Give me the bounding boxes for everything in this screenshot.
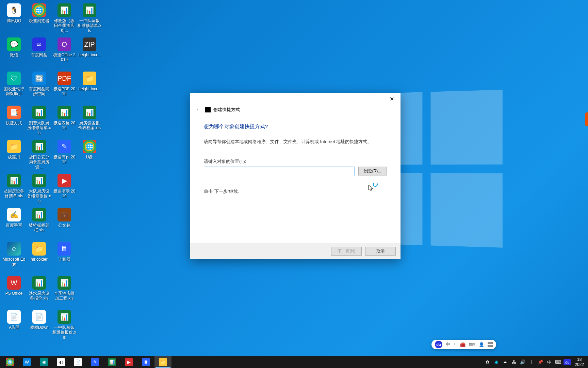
dialog-description: 该向导帮你创建本地或网络程序、文件、文件夹、计算机或 Internet 地址的快… bbox=[204, 139, 387, 145]
tray-chevron-up-icon[interactable]: ⏶ bbox=[501, 356, 509, 368]
tray-volume-icon[interactable]: 🔊 bbox=[518, 356, 527, 368]
desktop-icon[interactable]: 📊镀锌板桥架框.xls bbox=[27, 206, 52, 240]
desktop-icon[interactable]: 🛡国农业银行网银助手 bbox=[1, 70, 27, 104]
taskbar-item[interactable]: ✎ bbox=[86, 356, 103, 368]
desktop-icon[interactable]: 📊淡水厨房设备报价.xls bbox=[27, 274, 52, 308]
desktop-icon[interactable]: 📁成嘉川 bbox=[1, 138, 27, 172]
taskbar-app-icon: ◉ bbox=[40, 358, 48, 366]
icon-label: 百度网盘同步空间 bbox=[27, 87, 52, 96]
taskbar-item[interactable]: 📊 bbox=[103, 356, 120, 368]
icon-label: 成嘉川 bbox=[7, 155, 21, 159]
baidu-logo-icon: du bbox=[435, 341, 442, 348]
location-input[interactable] bbox=[204, 167, 355, 176]
desktop-icon[interactable]: 📊刑警大队厨房维修清单.xls bbox=[27, 104, 52, 138]
desktop-icon[interactable]: 📊盐田公安分局食堂厨房设... bbox=[27, 138, 52, 172]
desktop-icon[interactable]: 🖩计算器 bbox=[52, 240, 77, 274]
dialog-header: ← 创建快捷方式 bbox=[190, 105, 401, 114]
desktop-icon[interactable]: 🐧腾讯QQ bbox=[1, 1, 27, 35]
desktop-icon[interactable]: 🌐U盘 bbox=[77, 138, 102, 172]
taskbar-item[interactable]: ▶ bbox=[120, 356, 137, 368]
browse-button[interactable]: 浏览(R)... bbox=[358, 167, 387, 175]
tray-bluetooth-icon[interactable]: ᛒ bbox=[527, 356, 536, 368]
desktop-icon[interactable]: 🌐极速浏览器 bbox=[27, 1, 52, 35]
taskbar-item[interactable]: 🖩 bbox=[137, 356, 154, 368]
desktop-icon[interactable]: 🔄百度网盘同步空间 bbox=[27, 70, 52, 104]
taskbar-item[interactable]: ◐ bbox=[52, 356, 69, 368]
desktop-icon[interactable]: 📊修改版（坂田全季酒店厨... bbox=[52, 1, 77, 35]
desktop-icon[interactable]: O极速Office 2019 bbox=[52, 35, 77, 70]
desktop-icons-area: 🐧腾讯QQ💬微信🛡国农业银行网银助手📑快捷方式📁成嘉川📊丛厨房设备修清单.xls… bbox=[0, 0, 103, 351]
ime-keyboard-icon[interactable]: ⌨ bbox=[469, 342, 475, 347]
icon-label: height-incr... bbox=[78, 87, 101, 91]
app-icon: W bbox=[7, 276, 21, 290]
desktop-icon[interactable]: 📄嘚嘚Down bbox=[27, 308, 52, 342]
side-tab-handle[interactable] bbox=[585, 112, 588, 126]
icon-label: U盘 bbox=[85, 155, 94, 159]
app-icon: 📊 bbox=[32, 140, 46, 153]
icon-label: 全季酒店附加工程.xls bbox=[52, 291, 77, 301]
ime-punct-icon[interactable]: °, bbox=[454, 342, 457, 347]
desktop-icon[interactable]: eMicrosoft Edge bbox=[1, 240, 27, 274]
desktop-icon[interactable]: ∞百度网盘 bbox=[27, 35, 52, 70]
desktop-icon[interactable]: WPS Office bbox=[1, 274, 27, 308]
taskbar-item[interactable]: ◉ bbox=[35, 356, 52, 368]
clock-date: 2022 bbox=[575, 362, 584, 367]
tray-baidu-icon[interactable]: du bbox=[564, 359, 571, 365]
tray-flower-icon[interactable]: ✿ bbox=[483, 356, 492, 368]
taskbar-app-icon: 📊 bbox=[108, 358, 116, 366]
desktop-icon[interactable]: ZIPheight-incr... bbox=[77, 35, 102, 70]
ime-toolbox-icon[interactable]: 🧰 bbox=[460, 342, 466, 347]
desktop-icon[interactable]: 📁mr.colder bbox=[27, 240, 52, 274]
ime-grid-icon[interactable] bbox=[488, 342, 493, 347]
tray-ime-lang[interactable]: 中 bbox=[545, 356, 554, 368]
desktop-icon[interactable]: 📊厨房设备报价表档案.xls bbox=[77, 104, 102, 138]
app-icon: 🔄 bbox=[32, 72, 46, 85]
taskbar-clock[interactable]: 18 2022 bbox=[572, 357, 587, 367]
icon-label: 极速写作 2019 bbox=[52, 155, 77, 165]
dialog-heading: 想为哪个对象创建快捷方式? bbox=[204, 123, 387, 130]
app-icon: 📊 bbox=[83, 3, 96, 17]
back-button[interactable]: ← bbox=[195, 106, 202, 113]
close-button[interactable]: ✕ bbox=[387, 94, 396, 104]
taskbar-app-icon: ▶ bbox=[125, 358, 133, 366]
app-icon: 💼 bbox=[58, 208, 71, 221]
app-icon: e bbox=[7, 242, 21, 256]
desktop-icon[interactable]: 📊大队厨房设备维修报价.xls bbox=[27, 172, 52, 206]
tray-pin-icon[interactable]: 📌 bbox=[536, 356, 545, 368]
icon-label: 极速演示 2019 bbox=[52, 189, 77, 199]
desktop-icon[interactable]: 💼公文包 bbox=[52, 206, 77, 240]
icon-label: Microsoft Edge bbox=[1, 257, 27, 267]
icon-label: 国农业银行网银助手 bbox=[1, 87, 27, 96]
app-icon: 📑 bbox=[7, 106, 21, 119]
desktop-icon[interactable]: 📑快捷方式 bbox=[1, 104, 27, 138]
desktop-icon[interactable]: PDF极速PDF 2019 bbox=[52, 70, 77, 104]
desktop-icon[interactable]: ✍百度手写 bbox=[1, 206, 27, 240]
desktop-icon[interactable]: 📁height-incr... bbox=[77, 70, 102, 104]
taskbar-item[interactable]: 🌐 bbox=[1, 356, 18, 368]
ime-user-icon[interactable]: 👤 bbox=[479, 342, 484, 347]
tray-network-icon[interactable]: 🖧 bbox=[509, 356, 518, 368]
desktop-icon[interactable]: 💬微信 bbox=[1, 35, 27, 70]
desktop-icon[interactable]: 📊丛厨房设备修清单.xls bbox=[1, 172, 27, 206]
desktop-icon[interactable]: 📄V录屏 bbox=[1, 308, 27, 342]
ime-float-widget[interactable]: du 中 °, 🧰 ⌨ 👤 bbox=[431, 340, 496, 349]
cancel-button[interactable]: 取消 bbox=[365, 247, 396, 256]
desktop-icon[interactable]: 📊全季酒店附加工程.xls bbox=[52, 274, 77, 308]
app-icon: 🛡 bbox=[7, 72, 21, 85]
desktop-icon[interactable]: ✎极速写作 2019 bbox=[52, 138, 77, 172]
taskbar-item[interactable]: 📁 bbox=[154, 356, 172, 368]
app-icon: 📊 bbox=[58, 3, 71, 17]
desktop-icon[interactable]: 📊一中队蒸饭柜维修报价.xls bbox=[52, 308, 77, 342]
desktop-icon[interactable]: ▶极速演示 2019 bbox=[52, 172, 77, 206]
tray-app-icon[interactable]: ◉ bbox=[492, 356, 501, 368]
taskbar-item[interactable]: W bbox=[18, 356, 35, 368]
taskbar-item[interactable]: 📄 bbox=[69, 356, 86, 368]
icon-label: 腾讯QQ bbox=[6, 18, 22, 23]
tray-keyboard-icon[interactable]: ⌨ bbox=[554, 356, 562, 368]
dialog-footer: 下一页(N) 取消 bbox=[190, 243, 401, 259]
next-button[interactable]: 下一页(N) bbox=[331, 247, 362, 256]
ime-lang-indicator[interactable]: 中 bbox=[446, 341, 450, 348]
desktop-icon[interactable]: 📊极速表格 2019 bbox=[52, 104, 77, 138]
app-icon: 📁 bbox=[32, 242, 46, 256]
desktop-icon[interactable]: 📊一中队蒸饭柜维修清单.xls bbox=[77, 1, 102, 35]
